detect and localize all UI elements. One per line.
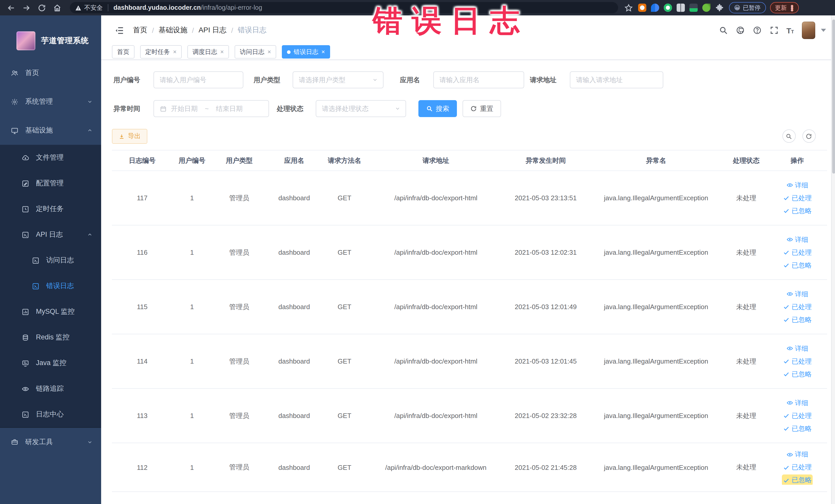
bookmark-star-icon[interactable] xyxy=(624,3,633,12)
breadcrumb-item[interactable]: 首页 xyxy=(133,26,147,35)
address-bar[interactable]: 不安全 dashboard.yudao.iocoder.cn/infra/log… xyxy=(70,2,618,13)
action-link-ignored[interactable]: 已忽略 xyxy=(783,315,812,324)
reload-icon[interactable] xyxy=(38,3,46,12)
export-button[interactable]: 导出 xyxy=(112,129,147,144)
extensions-puzzle-icon[interactable] xyxy=(715,3,724,12)
table-cell: 1 xyxy=(172,303,211,311)
tab-错误日志[interactable]: 错误日志× xyxy=(282,45,330,59)
back-icon[interactable] xyxy=(7,3,15,12)
action-label: 详细 xyxy=(795,398,808,407)
close-icon[interactable]: × xyxy=(220,49,224,55)
sidebar-item-系统管理[interactable]: 系统管理 xyxy=(0,87,101,116)
action-link-detail[interactable]: 详细 xyxy=(786,181,808,190)
fullscreen-icon[interactable] xyxy=(770,26,779,35)
extension-on-badge-icon[interactable] xyxy=(690,4,698,12)
extension-icons xyxy=(638,3,724,12)
kebab-menu-icon[interactable]: ●●● xyxy=(790,5,794,11)
action-link-processed[interactable]: 已处理 xyxy=(783,357,812,366)
show-search-toggle-button[interactable] xyxy=(782,129,795,143)
sidebar-collapse-icon[interactable] xyxy=(115,25,124,35)
reset-button[interactable]: 重置 xyxy=(463,100,501,117)
action-link-processed[interactable]: 已处理 xyxy=(783,463,812,472)
help-icon[interactable] xyxy=(753,26,762,35)
caret-down-icon[interactable] xyxy=(821,29,826,32)
action-link-processed[interactable]: 已处理 xyxy=(783,248,812,257)
url-text[interactable]: dashboard.yudao.iocoder.cn/infra/log/api… xyxy=(114,4,262,11)
tab-label: 首页 xyxy=(117,47,129,56)
app-name-input[interactable]: 请输入应用名 xyxy=(433,72,524,88)
extension-orange-icon[interactable] xyxy=(638,4,646,12)
sidebar-item-label: 错误日志 xyxy=(46,281,74,291)
sidebar-item-日志中心[interactable]: 日志中心 xyxy=(0,402,101,427)
tab-调度日志[interactable]: 调度日志× xyxy=(187,45,229,59)
cloud-icon xyxy=(22,154,29,161)
action-link-ignored[interactable]: 已忽略 xyxy=(783,476,812,485)
fontsize-icon[interactable]: TT xyxy=(787,26,794,34)
sidebar-item-redis-监控[interactable]: Redis 监控 xyxy=(0,324,101,350)
extension-green-icon[interactable] xyxy=(664,4,672,12)
sidebar-item-配置管理[interactable]: 配置管理 xyxy=(0,170,101,196)
scrollbar-thumb[interactable] xyxy=(832,20,835,174)
action-link-ignored[interactable]: 已忽略 xyxy=(783,369,812,379)
check-icon xyxy=(783,412,790,419)
sidebar-item-错误日志[interactable]: 错误日志 xyxy=(0,273,101,299)
user-type-select[interactable]: 请选择用户类型 xyxy=(292,72,384,88)
action-link-detail[interactable]: 详细 xyxy=(786,235,808,244)
breadcrumb-item[interactable]: API 日志 xyxy=(199,26,227,35)
exc-time-daterange[interactable]: 开始日期 ~ 结束日期 xyxy=(154,100,269,117)
action-link-ignored[interactable]: 已忽略 xyxy=(783,424,812,433)
action-link-detail[interactable]: 详细 xyxy=(786,450,808,459)
search-icon[interactable] xyxy=(719,26,728,35)
tab-访问日志[interactable]: 访问日志× xyxy=(235,45,276,59)
check-icon xyxy=(783,195,790,201)
home-icon[interactable] xyxy=(53,3,62,12)
sidebar-item-研发工具[interactable]: 研发工具 xyxy=(0,427,101,456)
github-icon[interactable] xyxy=(736,26,745,35)
action-link-detail[interactable]: 详细 xyxy=(786,344,808,353)
table-cell: 管理员 xyxy=(211,248,267,257)
user-id-input[interactable]: 请输入用户编号 xyxy=(154,72,243,88)
close-icon[interactable]: × xyxy=(267,49,271,55)
close-icon[interactable]: × xyxy=(321,49,325,55)
breadcrumb-item[interactable]: 基础设施 xyxy=(159,26,187,35)
avatar[interactable] xyxy=(802,22,815,39)
extension-leaf-icon[interactable] xyxy=(702,4,711,12)
browser-update-button[interactable]: 更新 ●●● xyxy=(770,2,799,13)
table-cell: java.lang.IllegalArgumentException xyxy=(587,248,725,256)
security-chip[interactable]: 不安全 xyxy=(75,3,103,12)
forward-icon[interactable] xyxy=(22,3,31,12)
chevron-up-icon xyxy=(87,127,93,134)
column-header: 异常发生时间 xyxy=(504,156,587,165)
action-link-processed[interactable]: 已处理 xyxy=(783,193,812,203)
profile-paused-badge[interactable]: 😀 已暂停 xyxy=(729,2,766,13)
extension-blue-icon[interactable] xyxy=(651,4,659,12)
sidebar-item-文件管理[interactable]: 文件管理 xyxy=(0,145,101,170)
action-link-ignored[interactable]: 已忽略 xyxy=(783,261,812,270)
table-cell: java.lang.IllegalArgumentException xyxy=(587,412,725,420)
action-link-detail[interactable]: 详细 xyxy=(786,289,808,299)
app-logo-row[interactable]: 芋道管理系统 xyxy=(0,15,101,59)
sidebar-item-访问日志[interactable]: 访问日志 xyxy=(0,247,101,273)
status-select[interactable]: 请选择处理状态 xyxy=(316,100,406,117)
close-icon[interactable]: × xyxy=(173,49,177,55)
refresh-table-button[interactable] xyxy=(802,129,815,143)
sidebar-item-基础设施[interactable]: 基础设施 xyxy=(0,116,101,145)
sidebar-item-首页[interactable]: 首页 xyxy=(0,59,101,87)
sidebar-item-api-日志[interactable]: API 日志 xyxy=(0,222,101,247)
req-url-input[interactable]: 请输入请求地址 xyxy=(570,72,663,88)
row-actions: 详细已处理已忽略 xyxy=(768,344,827,379)
search-button[interactable]: 搜索 xyxy=(419,100,457,117)
action-link-processed[interactable]: 已处理 xyxy=(783,411,812,420)
sidebar-item-链路追踪[interactable]: 链路追踪 xyxy=(0,376,101,402)
page-scrollbar[interactable] xyxy=(831,15,835,504)
action-link-ignored[interactable]: 已忽略 xyxy=(783,206,812,216)
sidebar-item-mysql-监控[interactable]: MySQL 监控 xyxy=(0,299,101,324)
sidebar-item-java-监控[interactable]: Java 监控 xyxy=(0,350,101,376)
sidebar-item-定时任务[interactable]: 定时任务 xyxy=(0,196,101,222)
column-header: 用户编号 xyxy=(172,156,211,165)
tab-定时任务[interactable]: 定时任务× xyxy=(140,45,182,59)
extension-grid-icon[interactable] xyxy=(677,4,685,12)
action-link-processed[interactable]: 已处理 xyxy=(783,302,812,311)
tab-首页[interactable]: 首页 xyxy=(112,45,135,59)
action-link-detail[interactable]: 详细 xyxy=(786,398,808,407)
